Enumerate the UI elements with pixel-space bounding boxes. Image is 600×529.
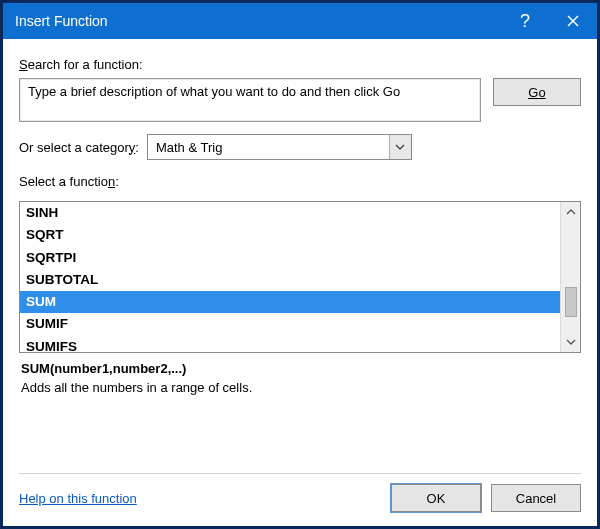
dialog-title: Insert Function bbox=[15, 13, 501, 29]
scroll-thumb[interactable] bbox=[565, 287, 577, 317]
select-function-label: Select a function: bbox=[19, 174, 581, 189]
category-selected-value: Math & Trig bbox=[148, 140, 389, 155]
list-item[interactable]: SQRT bbox=[20, 224, 560, 246]
help-link[interactable]: Help on this function bbox=[19, 491, 381, 506]
scroll-down-button[interactable] bbox=[561, 332, 580, 352]
titlebar[interactable]: Insert Function ? bbox=[3, 3, 597, 39]
function-description: SUM(number1,number2,...) Adds all the nu… bbox=[19, 361, 581, 395]
category-select[interactable]: Math & Trig bbox=[147, 134, 412, 160]
chevron-up-icon bbox=[566, 209, 576, 215]
function-listbox[interactable]: SINHSQRTSQRTPISUBTOTALSUMSUMIFSUMIFS bbox=[19, 201, 581, 353]
list-item[interactable]: SUM bbox=[20, 291, 560, 313]
go-button[interactable]: Go bbox=[493, 78, 581, 106]
close-button[interactable] bbox=[549, 3, 597, 39]
list-item[interactable]: SUMIF bbox=[20, 313, 560, 335]
search-label: SSearch for a function:earch for a funct… bbox=[19, 57, 581, 72]
category-label: Or select a category: bbox=[19, 140, 139, 155]
separator bbox=[19, 473, 581, 474]
help-button[interactable]: ? bbox=[501, 3, 549, 39]
list-item[interactable]: SUMIFS bbox=[20, 336, 560, 353]
function-signature: SUM(number1,number2,...) bbox=[21, 361, 579, 376]
list-item[interactable]: SINH bbox=[20, 202, 560, 224]
search-input[interactable] bbox=[19, 78, 481, 122]
function-summary: Adds all the numbers in a range of cells… bbox=[21, 380, 579, 395]
dropdown-button[interactable] bbox=[389, 135, 411, 159]
ok-button[interactable]: OK bbox=[391, 484, 481, 512]
cancel-button[interactable]: Cancel bbox=[491, 484, 581, 512]
scroll-up-button[interactable] bbox=[561, 202, 580, 222]
chevron-down-icon bbox=[395, 144, 405, 150]
dialog-body: SSearch for a function:earch for a funct… bbox=[3, 39, 597, 526]
question-icon: ? bbox=[520, 11, 530, 32]
chevron-down-icon bbox=[566, 339, 576, 345]
list-item[interactable]: SUBTOTAL bbox=[20, 269, 560, 291]
close-icon bbox=[567, 15, 579, 27]
scrollbar[interactable] bbox=[560, 202, 580, 352]
list-item[interactable]: SQRTPI bbox=[20, 247, 560, 269]
